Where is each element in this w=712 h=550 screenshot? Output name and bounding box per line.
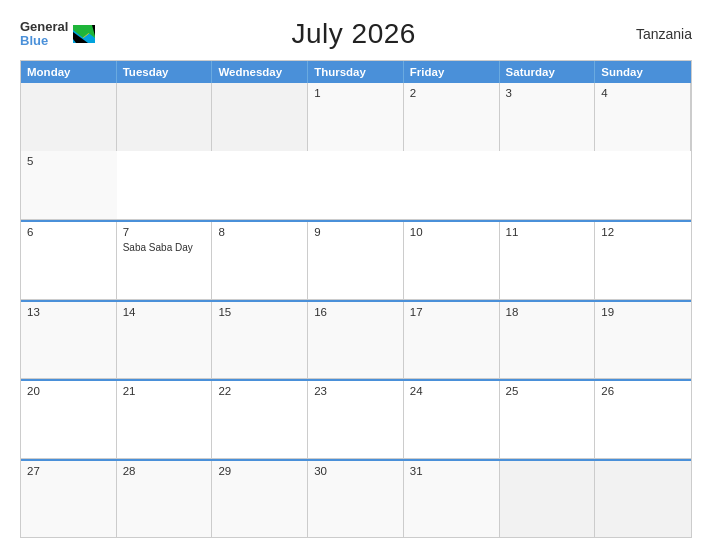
- day-cell-empty: [21, 83, 117, 151]
- day-cell-18: 18: [500, 302, 596, 379]
- day-cell-11: 11: [500, 222, 596, 299]
- day-cell-1: 1: [308, 83, 404, 151]
- day-cell-28: 28: [117, 461, 213, 538]
- day-cell-15: 15: [212, 302, 308, 379]
- logo-blue-text: Blue: [20, 34, 48, 48]
- day-header-saturday: Saturday: [500, 61, 596, 83]
- day-cell-21: 21: [117, 381, 213, 458]
- day-cell-29: 29: [212, 461, 308, 538]
- event-saba-saba: Saba Saba Day: [123, 242, 206, 253]
- day-cell-12: 12: [595, 222, 691, 299]
- header: General Blue July 2026 Tanzania: [20, 18, 692, 50]
- day-cell-24: 24: [404, 381, 500, 458]
- page-title: July 2026: [95, 18, 612, 50]
- day-headers: Monday Tuesday Wednesday Thursday Friday…: [21, 61, 691, 83]
- day-cell-empty: [117, 83, 213, 151]
- day-cell-27: 27: [21, 461, 117, 538]
- day-header-thursday: Thursday: [308, 61, 404, 83]
- week-row-3: 13 14 15 16 17 18 19: [21, 300, 691, 380]
- logo-general-text: General: [20, 20, 68, 34]
- day-cell-23: 23: [308, 381, 404, 458]
- logo: General Blue: [20, 20, 95, 49]
- day-cell-14: 14: [117, 302, 213, 379]
- week-row-2: 6 7 Saba Saba Day 8 9 10 11 12: [21, 220, 691, 300]
- day-cell-6: 6: [21, 222, 117, 299]
- day-cell-25: 25: [500, 381, 596, 458]
- country-label: Tanzania: [612, 26, 692, 42]
- day-cell-17: 17: [404, 302, 500, 379]
- day-cell-31: 31: [404, 461, 500, 538]
- day-cell-5: 5: [21, 151, 117, 219]
- day-cell-2: 2: [404, 83, 500, 151]
- day-header-sunday: Sunday: [595, 61, 691, 83]
- calendar-page: General Blue July 2026 Tanzania Monday: [0, 0, 712, 550]
- day-cell-empty: [500, 461, 596, 538]
- day-cell-3: 3: [500, 83, 596, 151]
- day-cell-4: 4: [595, 83, 691, 151]
- week-row-4: 20 21 22 23 24 25 26: [21, 379, 691, 459]
- day-cell-7: 7 Saba Saba Day: [117, 222, 213, 299]
- logo-flag-icon: [73, 25, 95, 43]
- calendar: Monday Tuesday Wednesday Thursday Friday…: [20, 60, 692, 538]
- day-header-friday: Friday: [404, 61, 500, 83]
- week-row-1: 1 2 3 4 5: [21, 83, 691, 220]
- day-header-tuesday: Tuesday: [117, 61, 213, 83]
- day-header-monday: Monday: [21, 61, 117, 83]
- week-row-5: 27 28 29 30 31: [21, 459, 691, 538]
- day-cell-26: 26: [595, 381, 691, 458]
- day-cell-10: 10: [404, 222, 500, 299]
- day-cell-8: 8: [212, 222, 308, 299]
- day-cell-30: 30: [308, 461, 404, 538]
- calendar-body: 1 2 3 4 5 6 7 Saba Saba Day 8 9 10 11 12: [21, 83, 691, 537]
- day-cell-19: 19: [595, 302, 691, 379]
- day-header-wednesday: Wednesday: [212, 61, 308, 83]
- day-cell-13: 13: [21, 302, 117, 379]
- day-cell-20: 20: [21, 381, 117, 458]
- day-cell-22: 22: [212, 381, 308, 458]
- day-cell-9: 9: [308, 222, 404, 299]
- day-cell-empty: [595, 461, 691, 538]
- day-cell-16: 16: [308, 302, 404, 379]
- day-cell-empty: [212, 83, 308, 151]
